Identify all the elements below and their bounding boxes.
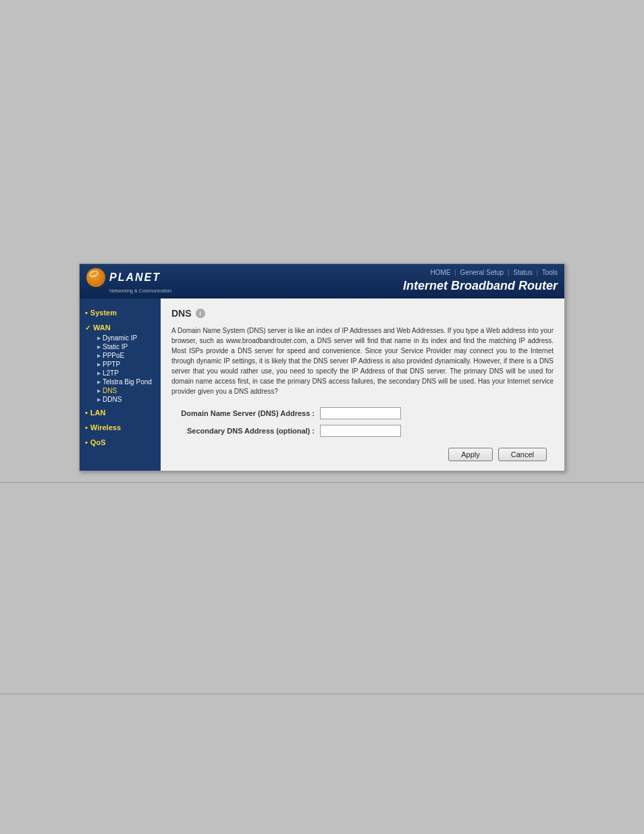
- sidebar-item-dynamic-ip[interactable]: Dynamic IP: [92, 334, 155, 342]
- nav-general-setup[interactable]: General Setup: [460, 269, 504, 276]
- logo-planet: PLANET: [86, 268, 161, 287]
- sidebar-item-lan[interactable]: LAN: [85, 407, 155, 419]
- sidebar-section-system: System: [85, 307, 155, 319]
- nav-home[interactable]: HOME: [430, 269, 450, 276]
- dns-section-title: DNS i: [171, 308, 554, 319]
- nav-links: HOME | General Setup | Status | Tools: [430, 269, 558, 276]
- planet-logo-icon: [86, 268, 105, 287]
- sidebar-item-l2tp[interactable]: L2TP: [92, 369, 155, 377]
- secondary-dns-row: Secondary DNS Address (optional) :: [171, 425, 554, 437]
- sidebar: System WAN Dynamic IP Static IP: [80, 298, 161, 471]
- logo-subtitle: Networking & Communication: [109, 288, 171, 293]
- info-icon[interactable]: i: [196, 309, 205, 318]
- sidebar-item-telstra[interactable]: Telstra Big Pond: [92, 377, 155, 386]
- nav-tools[interactable]: Tools: [542, 269, 558, 276]
- sidebar-item-wan[interactable]: WAN: [85, 321, 155, 334]
- main-content: System WAN Dynamic IP Static IP: [80, 298, 564, 471]
- divider-bottom: [0, 694, 644, 694]
- nav-status[interactable]: Status: [513, 269, 532, 276]
- sidebar-item-system[interactable]: System: [85, 307, 155, 319]
- secondary-dns-input[interactable]: [320, 425, 401, 437]
- header: PLANET Networking & Communication HOME |…: [80, 264, 564, 298]
- primary-dns-input[interactable]: [320, 407, 401, 419]
- sidebar-section-lan: LAN: [85, 407, 155, 419]
- sidebar-wan-sub: Dynamic IP Static IP PPPoE PPTP L2TP: [85, 334, 155, 404]
- primary-dns-row: Domain Name Server (DNS) Address :: [171, 407, 554, 419]
- page-wrapper: PLANET Networking & Communication HOME |…: [0, 0, 644, 834]
- sidebar-item-static-ip[interactable]: Static IP: [92, 342, 155, 351]
- sidebar-section-qos: QoS: [85, 436, 155, 448]
- content-panel: DNS i A Domain Name System (DNS) server …: [161, 298, 564, 471]
- sidebar-item-dns[interactable]: DNS: [92, 386, 155, 395]
- logo-text: PLANET: [109, 271, 161, 284]
- button-row: Apply Cancel: [171, 448, 554, 461]
- sidebar-item-ddns[interactable]: DDNS: [92, 395, 155, 404]
- divider-top: [0, 482, 644, 483]
- sidebar-section-wan: WAN Dynamic IP Static IP PPPoE: [85, 321, 155, 404]
- below-content: [79, 494, 565, 683]
- sidebar-section-wireless: Wireless: [85, 421, 155, 434]
- apply-button[interactable]: Apply: [448, 448, 493, 461]
- logo-area: PLANET Networking & Communication: [86, 268, 171, 293]
- router-ui: PLANET Networking & Communication HOME |…: [79, 263, 565, 471]
- page-title: Internet Broadband Router: [403, 279, 558, 293]
- dns-description: A Domain Name System (DNS) server is lik…: [171, 325, 554, 396]
- sidebar-item-qos[interactable]: QoS: [85, 436, 155, 448]
- sidebar-item-pppoe[interactable]: PPPoE: [92, 351, 155, 360]
- sidebar-item-pptp[interactable]: PPTP: [92, 360, 155, 369]
- primary-dns-label: Domain Name Server (DNS) Address :: [171, 409, 320, 417]
- header-right: HOME | General Setup | Status | Tools In…: [403, 269, 558, 293]
- cancel-button[interactable]: Cancel: [498, 448, 547, 461]
- secondary-dns-label: Secondary DNS Address (optional) :: [171, 427, 320, 435]
- sidebar-item-wireless[interactable]: Wireless: [85, 421, 155, 434]
